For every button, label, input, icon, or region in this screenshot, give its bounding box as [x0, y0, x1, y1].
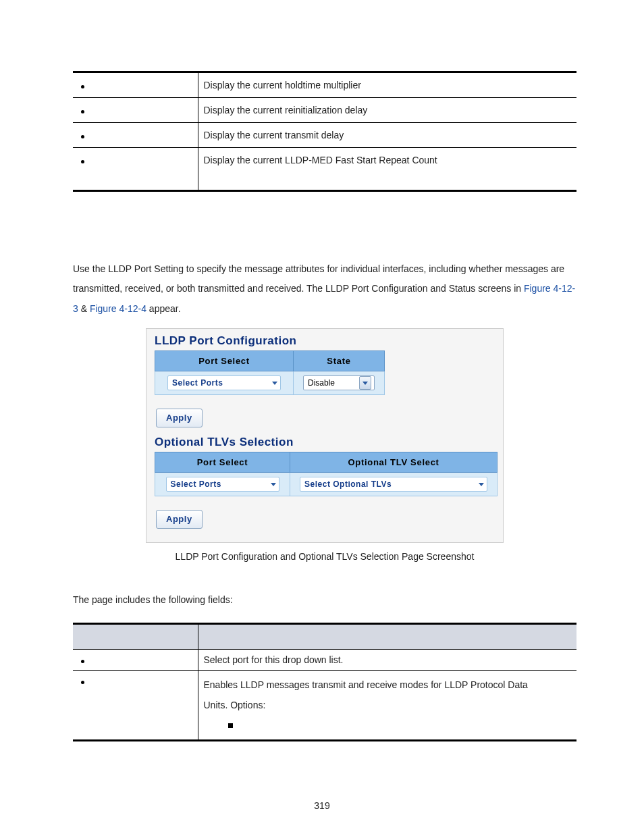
th-state: State — [294, 351, 385, 371]
chevron-down-icon — [271, 483, 276, 486]
figure-link-4-12-4[interactable]: Figure 4-12-4 — [90, 303, 146, 314]
panel-heading-port-config: LLDP Port Configuration — [155, 334, 498, 348]
bullet-icon — [81, 681, 84, 684]
tlv-selection-table: Port Select Optional TLV Select Select P… — [155, 452, 498, 496]
chevron-down-icon — [363, 382, 368, 385]
port-select-dropdown[interactable]: Select Ports — [167, 375, 281, 390]
intro-paragraph: Use the LLDP Port Setting to specify the… — [73, 259, 576, 319]
optional-tlv-dropdown[interactable]: Select Optional TLVs — [300, 477, 487, 492]
table-row: Enables LLDP messages transmit and recei… — [198, 671, 576, 741]
fields-table-header-col1 — [73, 624, 198, 650]
square-bullet-icon — [228, 723, 233, 728]
lldp-port-config-panel: LLDP Port Configuration Port Select Stat… — [146, 328, 504, 543]
page-number: 319 — [0, 800, 644, 811]
apply-button[interactable]: Apply — [156, 409, 203, 427]
bullet-icon — [81, 135, 84, 138]
table-row: Display the current transmit delay — [198, 123, 576, 148]
chevron-down-icon — [479, 483, 484, 486]
bullet-icon — [81, 110, 84, 113]
table-row: Display the current LLDP-MED Fast Start … — [198, 148, 576, 191]
fields-table: Select port for this drop down list. Ena… — [73, 623, 576, 741]
port-config-table: Port Select State Select Ports Disable — [155, 350, 385, 395]
table-row: Display the current holdtime multiplier — [198, 72, 576, 98]
holdtime-table: Display the current holdtime multiplier … — [73, 71, 576, 192]
apply-button[interactable]: Apply — [156, 510, 203, 529]
panel-heading-tlv: Optional TLVs Selection — [155, 436, 498, 449]
chevron-down-icon — [272, 382, 277, 385]
bullet-icon — [81, 85, 84, 88]
table-row: Display the current reinitialization del… — [198, 98, 576, 123]
table-row: Select port for this drop down list. — [198, 650, 576, 671]
bullet-icon — [81, 660, 84, 663]
state-dropdown[interactable]: Disable — [303, 375, 375, 390]
bullet-icon — [81, 160, 84, 163]
th-tlv-select: Optional TLV Select — [290, 452, 498, 473]
fields-intro: The page includes the following fields: — [73, 594, 576, 605]
th-port-select: Port Select — [155, 452, 290, 473]
th-port-select: Port Select — [155, 351, 294, 371]
tlv-port-select-dropdown[interactable]: Select Ports — [166, 477, 279, 492]
figure-caption: LLDP Port Configuration and Optional TLV… — [73, 551, 576, 562]
fields-table-header-col2 — [198, 624, 576, 650]
